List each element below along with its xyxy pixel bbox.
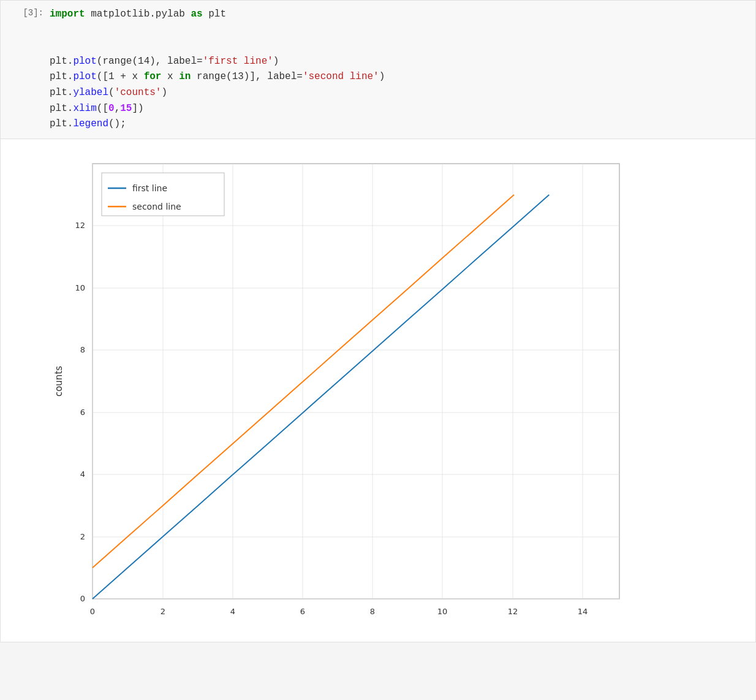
svg-text:2: 2: [161, 607, 165, 616]
svg-text:12: 12: [75, 221, 85, 230]
svg-text:14: 14: [578, 607, 588, 616]
legend-second-line: second line: [132, 202, 181, 211]
code-line: plt.plot([1 + x for x in range(13)], lab…: [50, 69, 755, 85]
svg-rect-0: [93, 164, 619, 599]
code-line: plt.xlim([0,15]): [50, 101, 755, 117]
svg-text:8: 8: [370, 607, 375, 616]
code-line: plt.legend();: [50, 116, 755, 132]
svg-text:10: 10: [437, 607, 448, 616]
cell-code: import matplotlib.pylab as plt plt.plot(…: [50, 7, 755, 132]
svg-text:10: 10: [75, 283, 85, 292]
svg-text:4: 4: [230, 607, 235, 616]
code-line: [50, 38, 755, 54]
cell-number: [3]:: [1, 7, 50, 132]
chart-svg: 0 2 4 6 8 10 12 0 2 4 6 8 10 12 14: [50, 151, 638, 630]
code-line: [50, 23, 755, 39]
cell-input: [3]: import matplotlib.pylab as plt plt.…: [1, 1, 755, 139]
svg-text:8: 8: [80, 345, 85, 354]
code-line: plt.ylabel('counts'): [50, 85, 755, 101]
svg-text:6: 6: [300, 607, 305, 616]
svg-text:0: 0: [90, 607, 95, 616]
legend-first-line: first line: [132, 183, 167, 193]
svg-text:6: 6: [80, 408, 85, 417]
svg-text:4: 4: [80, 470, 85, 479]
svg-text:12: 12: [508, 607, 518, 616]
code-line: import matplotlib.pylab as plt: [50, 7, 755, 23]
chart-container: 0 2 4 6 8 10 12 0 2 4 6 8 10 12 14: [50, 151, 638, 630]
cell-output: 0 2 4 6 8 10 12 0 2 4 6 8 10 12 14: [1, 139, 755, 642]
svg-text:0: 0: [80, 594, 85, 603]
code-line: plt.plot(range(14), label='first line'): [50, 54, 755, 70]
y-axis-label: counts: [53, 366, 64, 397]
svg-text:2: 2: [80, 532, 85, 541]
notebook-cell: [3]: import matplotlib.pylab as plt plt.…: [0, 0, 756, 642]
